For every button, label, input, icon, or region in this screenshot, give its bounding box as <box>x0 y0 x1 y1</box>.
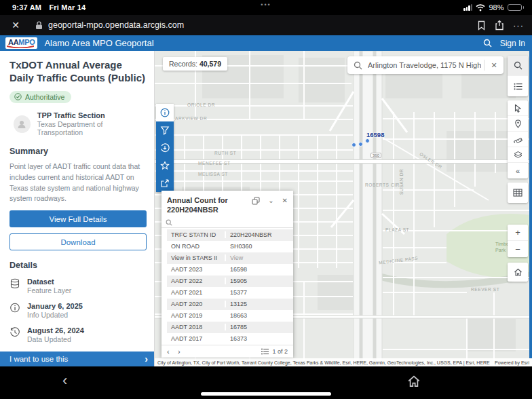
dataset-title: TxDOT Annual Average Daily Traffic Count… <box>10 59 147 85</box>
pin-tool-button[interactable] <box>508 116 528 132</box>
basemap-layers-icon <box>514 151 522 159</box>
export-tool-button[interactable] <box>156 174 174 192</box>
close-popup-button[interactable]: ✕ <box>282 197 288 204</box>
database-icon <box>10 278 20 289</box>
lock-icon <box>35 21 43 30</box>
popup-title: Annual Count for 220H204NBSR <box>167 195 242 215</box>
map-left-toolbar <box>156 104 174 192</box>
cellular-signal-icon <box>463 4 472 11</box>
open-table-button[interactable] <box>508 183 528 203</box>
grabber-icon: ••• <box>261 1 271 8</box>
detail-sub: Feature Layer <box>27 286 71 294</box>
attribution-text: City of Arlington, TX, City of Fort Wort… <box>157 360 490 365</box>
attribute-table: TRFC STATN ID220H204NBSR ON ROADSH0360 V… <box>162 228 293 345</box>
browser-menu-icon[interactable]: ··· <box>513 20 524 31</box>
battery-icon <box>508 4 525 11</box>
prev-feature-button[interactable]: ‹ <box>167 347 178 356</box>
street-label: PLAZA ST <box>385 227 409 232</box>
detail-data-updated: August 26, 2024Data Updated <box>10 326 145 343</box>
table-row: AADT 202215905 <box>167 276 293 287</box>
address-bar[interactable]: geoportal-mpo.opendata.arcgis.com <box>35 20 184 30</box>
records-label: Records: <box>169 60 197 68</box>
filter-tool-button[interactable] <box>156 121 174 139</box>
traffic-point-selected[interactable] <box>365 138 370 143</box>
aampo-logo[interactable]: AAMPO <box>5 37 37 49</box>
site-header: AAMPO Alamo Area MPO Geoportal Sign In <box>0 35 532 51</box>
measure-tool-button[interactable] <box>508 132 528 147</box>
close-tab-button[interactable]: ✕ <box>8 20 23 31</box>
home-extent-button[interactable] <box>508 263 528 282</box>
share-icon[interactable] <box>495 20 504 31</box>
header-search-icon[interactable] <box>483 39 492 48</box>
view-full-details-button[interactable]: View Full Details <box>10 210 147 227</box>
i-want-to-use-this-bar[interactable]: I want to use this › <box>0 352 155 366</box>
site-title[interactable]: Alamo Area MPO Geoportal <box>44 38 153 48</box>
owner-name[interactable]: TPP Traffic Section <box>37 111 145 119</box>
home-button[interactable] <box>407 375 421 390</box>
clear-search-button[interactable]: ✕ <box>484 61 504 70</box>
feature-popup: Annual Count for 220H204NBSR ⌄ ✕ TRFC ST… <box>162 191 293 358</box>
back-button[interactable]: ‹ <box>62 373 67 388</box>
street-label: ORIOLE DR <box>187 102 215 107</box>
bottom-nav-bar: ‹ <box>0 366 532 399</box>
table-row: AADT 201918663 <box>167 310 293 322</box>
favorite-tool-button[interactable] <box>156 157 174 174</box>
sign-in-link[interactable]: Sign In <box>500 39 525 48</box>
info-tool-button[interactable] <box>156 104 174 121</box>
pointer-icon <box>514 104 522 113</box>
measure-icon <box>514 135 522 143</box>
home-icon <box>407 375 421 387</box>
traffic-count-label: 16598 <box>366 131 384 138</box>
traffic-point[interactable] <box>352 142 356 147</box>
refresh-tool-button[interactable] <box>156 139 174 157</box>
detail-sub: Info Updated <box>27 311 83 319</box>
details-heading: Details <box>10 261 145 270</box>
status-bar: 9:37 AM Fri Mar 14 ••• 98% <box>0 0 532 15</box>
zoom-out-button[interactable]: − <box>508 241 528 257</box>
detail-info-updated: January 6, 2025Info Updated <box>10 302 145 319</box>
zoom-in-button[interactable]: + <box>508 225 528 241</box>
records-value: 40,579 <box>200 60 221 68</box>
table-row: ON ROADSH0360 <box>167 241 293 252</box>
search-icon <box>166 219 172 226</box>
street-label: SUSAN DR <box>399 169 404 195</box>
home-indicator[interactable] <box>201 392 331 396</box>
collapsed-panel-edge[interactable] <box>529 51 532 358</box>
download-button[interactable]: Download <box>10 233 147 250</box>
popup-filter-input[interactable] <box>162 218 293 228</box>
view-link[interactable]: View <box>225 254 293 261</box>
avatar[interactable] <box>14 115 31 133</box>
detail-sub: Data Updated <box>27 335 84 343</box>
search-input[interactable]: Arlington Travelodge, 1175 N High... <box>368 61 481 69</box>
powered-by-esri: Powered by Esri <box>495 360 529 365</box>
bookmark-icon[interactable] <box>477 20 486 31</box>
basemap-tool-button[interactable] <box>508 147 528 163</box>
select-tool-button[interactable] <box>508 100 528 116</box>
filter-icon <box>160 126 170 135</box>
browser-toolbar: ✕ geoportal-mpo.opendata.arcgis.com ··· <box>0 15 532 35</box>
map-search-tool-button[interactable] <box>508 56 528 76</box>
chevron-right-icon: › <box>145 354 148 364</box>
table-row: AADT 201816785 <box>167 322 293 333</box>
next-feature-button[interactable]: › <box>178 347 189 356</box>
collapse-popup-button[interactable]: ⌄ <box>268 197 273 204</box>
detail-dataset: DatasetFeature Layer <box>10 278 145 294</box>
owner-org: Texas Department of Transportation <box>37 120 145 136</box>
export-icon <box>160 178 170 188</box>
detail-title: August 26, 2024 <box>27 326 84 335</box>
map-search-box[interactable]: Arlington Travelodge, 1175 N High... ✕ <box>347 56 504 74</box>
search-icon <box>514 61 522 70</box>
dock-icon[interactable] <box>252 197 260 205</box>
table-icon <box>513 189 522 197</box>
collapse-panel-button[interactable]: « <box>508 163 528 178</box>
traffic-point[interactable] <box>358 142 363 147</box>
dataset-sidebar: TxDOT Annual Average Daily Traffic Count… <box>0 51 155 366</box>
street-label: MENEFEE ST <box>198 161 231 166</box>
map-attribution: City of Arlington, TX, City of Fort Wort… <box>155 358 532 366</box>
badge-label: Authoritative <box>25 93 64 101</box>
map-container: ORIOLE DR ARKVIEW DR RUTH ST MENEFEE ST … <box>155 51 532 366</box>
collapse-icon: « <box>516 167 520 175</box>
legend-tool-button[interactable] <box>508 76 528 96</box>
pagination-text: 1 of 2 <box>272 348 288 355</box>
home-icon <box>514 268 522 276</box>
